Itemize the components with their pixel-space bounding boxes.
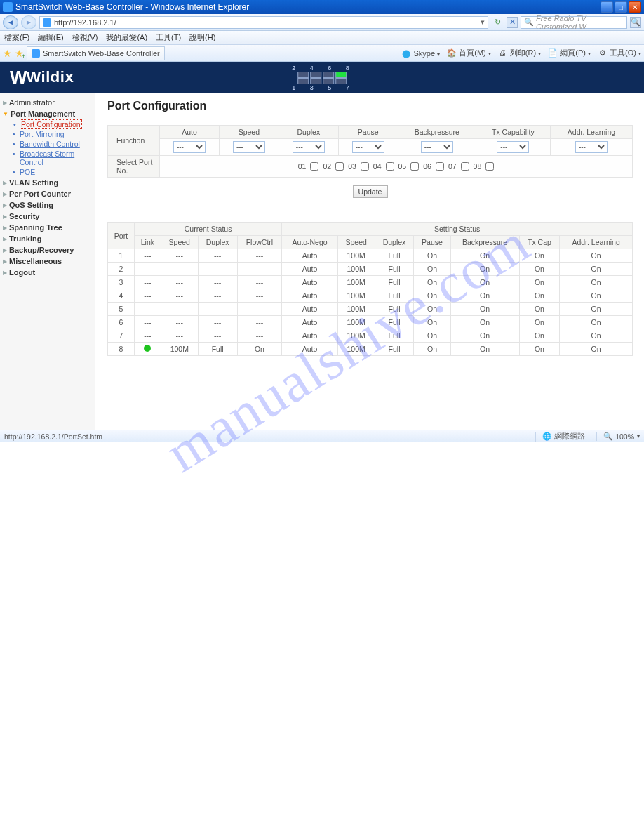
port-label-08: 08 [474,162,482,171]
status-url: http://192.168.2.1/PortSet.htm [4,432,102,441]
sidebar-per-port-counter[interactable]: ▶Per Port Counter [3,188,93,199]
colgroup-setting: Setting Status [282,223,633,236]
col-link: Link [134,236,161,249]
sidebar-broadcast-storm[interactable]: Broadcast Storm Control [20,149,93,167]
close-button[interactable]: ✕ [629,1,641,13]
speed-select[interactable]: --- [233,141,265,153]
sidebar-bandwidth-control[interactable]: Bandwidth Control [20,139,93,149]
command-bar: ⬤ Skype ▾ 🏠 首頁(M) ▾ 🖨 列印(R) ▾ 📄 網頁(P) ▾ … [401,48,641,58]
ie-icon [32,49,40,58]
port-label-04: 04 [373,162,382,171]
back-button[interactable]: ◄ [3,15,18,29]
col-addr: Addr. Learning [550,126,632,139]
port-indicator: 2 4 6 8 1 3 5 7 [288,65,356,91]
maximize-button[interactable]: □ [615,1,627,13]
skype-button[interactable]: ⬤ Skype ▾ [401,48,440,58]
ie-icon [43,18,51,27]
colgroup-current: Current Status [134,223,281,236]
favorites-icon[interactable]: ★ [3,48,12,59]
sidebar-port-configuration[interactable]: Port Configuration [20,119,82,129]
port-checkbox-03[interactable] [361,162,369,171]
sidebar-logout[interactable]: ▶Logout [3,267,93,278]
tools-button[interactable]: ⚙ 工具(O) ▾ [598,48,641,58]
port-checkbox-row: 0102030405060708 [160,156,633,178]
col-backpressure: Backpressure [398,126,476,139]
print-button[interactable]: 🖨 列印(R) ▾ [498,48,541,58]
table-row: 6------------Auto100MFullOnOnOnOn [108,316,633,329]
auto-select[interactable]: --- [173,141,206,153]
menu-bar: 檔案(F) 編輯(E) 檢視(V) 我的最愛(A) 工具(T) 說明(H) [0,31,644,45]
port-checkbox-02[interactable] [335,162,344,171]
app-header: WWildix 2 4 6 8 1 3 5 7 [0,62,644,93]
update-button[interactable]: Update [353,185,388,198]
col-flow: FlowCtrl [237,236,282,249]
search-box[interactable]: 🔍 Free Radio TV Customized W [521,16,627,29]
col-sduplex: Duplex [375,236,414,249]
txcap-select[interactable]: --- [497,141,529,153]
sidebar-spanning-tree[interactable]: ▶Spanning Tree [3,222,93,233]
page-icon: 📄 [548,48,558,58]
menu-edit[interactable]: 編輯(E) [38,32,64,43]
bp-select[interactable]: --- [421,141,453,153]
pause-select[interactable]: --- [352,141,384,153]
select-port-label: Select Port No. [108,156,160,178]
table-row: 4------------Auto100MFullOnOnOnOn [108,289,633,303]
port-checkbox-01[interactable] [310,162,318,171]
add-favorites-icon[interactable]: ★+ [15,48,24,59]
port-checkbox-07[interactable] [461,162,469,171]
browser-tab[interactable]: SmartSwitch Web-Base Controller [27,46,165,60]
minimize-button[interactable]: _ [601,1,613,13]
stop-button[interactable]: ✕ [507,17,518,28]
port-checkbox-08[interactable] [485,162,494,171]
address-drop-icon[interactable]: ▾ [481,18,485,27]
col-sbp: Backpressure [450,236,519,249]
home-button[interactable]: 🏠 首頁(M) ▾ [447,48,491,58]
table-row: 2------------Auto100MFullOnOnOnOn [108,263,633,276]
search-go-button[interactable]: 🔍 [630,17,641,28]
home-icon: 🏠 [447,48,457,58]
menu-help[interactable]: 說明(H) [189,32,215,43]
table-row: 3------------Auto100MFullOnOnOnOn [108,276,633,289]
sidebar-port-mirroring[interactable]: Port Mirroring [20,129,93,139]
port-label-03: 03 [348,162,356,171]
forward-button[interactable]: ► [21,15,36,29]
addr-select[interactable]: --- [575,141,608,153]
printer-icon: 🖨 [498,48,508,58]
port-label-06: 06 [423,162,431,171]
internet-zone-icon: 🌐 [542,432,551,441]
address-bar[interactable]: http://192.168.2.1/ ▾ [39,16,488,29]
menu-tools[interactable]: 工具(T) [156,32,181,43]
sidebar-trunking[interactable]: ▶Trunking [3,233,93,244]
duplex-select[interactable]: --- [293,141,325,153]
col-cduplex: Duplex [198,236,237,249]
col-autonego: Auto-Nego [282,236,337,249]
col-spause: Pause [414,236,450,249]
menu-file[interactable]: 檔案(F) [4,32,29,43]
logo: WWildix [0,67,83,88]
function-label: Function [108,126,160,156]
table-row: 1------------Auto100MFullOnOnOnOn [108,249,633,263]
zoom-level[interactable]: 🔍100% ▾ [596,432,640,441]
refresh-button[interactable]: ↻ [491,16,504,29]
sidebar-vlan[interactable]: ▶VLAN Setting [3,177,93,188]
port-checkbox-04[interactable] [386,162,394,171]
col-duplex: Duplex [279,126,338,139]
zoom-icon: 🔍 [603,432,612,441]
sidebar-port-management[interactable]: ▼Port Management [3,108,93,119]
port-label-02: 02 [323,162,331,171]
sidebar-security[interactable]: ▶Security [3,211,93,222]
port-numbers-bottom: 1 3 5 7 [292,84,356,91]
sidebar-qos[interactable]: ▶QoS Setting [3,199,93,211]
sidebar-administrator[interactable]: ▶Administrator [3,97,93,108]
menu-view[interactable]: 檢視(V) [72,32,98,43]
sidebar-misc[interactable]: ▶Miscellaneous [3,256,93,267]
menu-favorites[interactable]: 我的最愛(A) [106,32,147,43]
sidebar-backup[interactable]: ▶Backup/Recovery [3,244,93,256]
page-button[interactable]: 📄 網頁(P) ▾ [548,48,591,58]
search-placeholder: Free Radio TV Customized W [536,14,624,31]
sidebar-poe[interactable]: POE [20,167,93,177]
port-numbers-top: 2 4 6 8 [292,65,356,72]
port-checkbox-06[interactable] [436,162,444,171]
col-port: Port [108,223,135,249]
port-checkbox-05[interactable] [410,162,419,171]
